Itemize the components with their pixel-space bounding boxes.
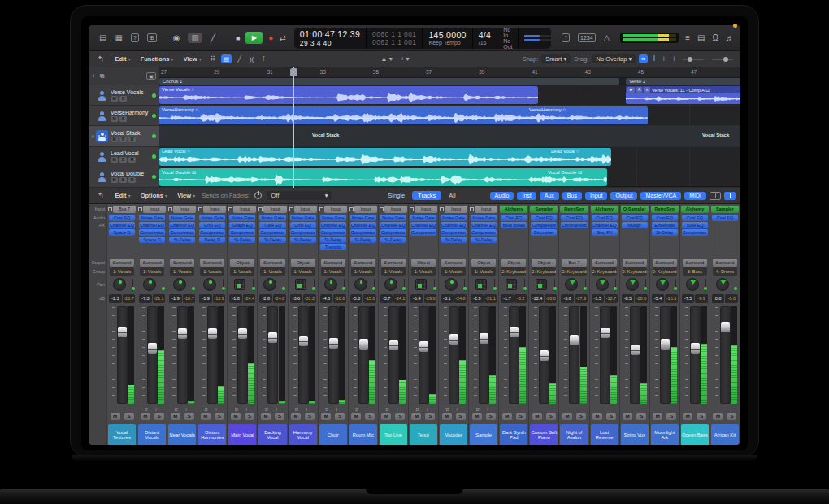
input-format-icon[interactable] — [258, 207, 263, 211]
fx-plugin-slot[interactable]: Ensemble — [652, 222, 678, 228]
group-slot[interactable]: 2: Keyboards — [592, 267, 617, 276]
input-format-icon[interactable] — [138, 207, 142, 211]
solo-button[interactable]: S — [119, 116, 127, 122]
channel-name-label[interactable]: Distant Vocals — [138, 424, 166, 445]
mixer-filter-bus[interactable]: Bus — [562, 192, 582, 200]
fx-plugin-slot[interactable]: Noise Gate — [471, 215, 497, 221]
cycle-button[interactable]: ⇄ — [279, 33, 285, 42]
pan-mini-slider[interactable] — [554, 279, 555, 291]
channel-solo-button[interactable]: S — [184, 413, 194, 420]
input-slot[interactable]: Input — [173, 206, 196, 213]
fx-plugin-slot[interactable]: Noise Gate — [169, 215, 195, 221]
record-button[interactable]: ● — [268, 33, 273, 42]
fader-cap[interactable] — [601, 328, 610, 338]
pan-mini-slider[interactable] — [344, 279, 345, 291]
pan-mini-slider[interactable] — [163, 279, 163, 291]
channel-name-label[interactable]: Near Vocals — [168, 424, 196, 445]
pan-mini-slider[interactable] — [253, 279, 254, 291]
quick-help-icon[interactable]: ? — [131, 33, 139, 42]
lcd-display[interactable]: 01:00:47:12.39 29 3 4 40 0060 1 1 001 00… — [294, 28, 552, 49]
channel-solo-button[interactable]: S — [305, 413, 315, 420]
count-in-icon[interactable]: 1234 — [578, 33, 596, 42]
fx-plugin-slot[interactable]: Step FX — [592, 229, 618, 236]
track-header-config-icon[interactable]: ▣ — [146, 72, 156, 80]
track-on-indicator[interactable] — [152, 114, 156, 118]
fx-plugin-slot[interactable]: Cnsl EQ — [561, 215, 587, 221]
pan-knob[interactable] — [173, 278, 186, 291]
channel-solo-button[interactable]: S — [245, 413, 254, 420]
instrument-slot[interactable]: RetroSyn — [651, 206, 679, 213]
track-header[interactable]: Verse VocalsMS — [89, 85, 159, 106]
fx-plugin-slot[interactable]: Bitcrusher — [531, 229, 557, 236]
output-slot[interactable]: Surround — [683, 259, 707, 267]
input-slot[interactable]: Input — [143, 206, 166, 213]
channel-name-label[interactable]: Backing Vocal — [258, 424, 286, 445]
surround-pan-knob[interactable] — [596, 278, 609, 291]
pan-mini-slider[interactable] — [675, 279, 676, 291]
mute-button[interactable]: M — [111, 137, 118, 142]
channel-mute-button[interactable]: M — [713, 413, 723, 420]
channel-name-label[interactable]: Top Line — [380, 424, 407, 445]
input-format-icon[interactable] — [168, 207, 172, 211]
pan-mini-slider[interactable] — [615, 279, 616, 291]
channel-name-label[interactable]: African Kit — [711, 424, 739, 445]
channel-mute-button[interactable]: M — [111, 413, 120, 420]
output-slot[interactable]: Object — [501, 259, 526, 267]
fx-plugin-slot[interactable]: Compressor — [259, 229, 285, 236]
channel-mute-button[interactable]: M — [623, 413, 632, 420]
channel-solo-button[interactable]: S — [124, 413, 134, 420]
channel-name-label[interactable]: Tenor — [410, 424, 437, 445]
channel-solo-button[interactable]: S — [456, 413, 466, 420]
fader-track[interactable] — [177, 306, 188, 404]
group-slot[interactable]: 1: Vocals — [260, 267, 284, 276]
group-slot[interactable]: 1: Vocals — [381, 267, 406, 276]
fader-track[interactable] — [660, 306, 671, 404]
channel-name-label[interactable]: Dark Synth Pad — [500, 424, 527, 445]
input-slot[interactable]: Input — [475, 206, 497, 213]
pan-knob[interactable] — [384, 278, 397, 291]
channel-mute-button[interactable]: M — [592, 413, 602, 420]
fader-cap[interactable] — [359, 339, 368, 350]
group-slot[interactable]: 1: Vocals — [291, 267, 315, 276]
pan-mini-slider[interactable] — [585, 279, 586, 291]
pan-mini-slider[interactable] — [464, 279, 465, 291]
fx-plugin-slot[interactable]: St-Delay — [471, 237, 497, 243]
mixer-filter-input[interactable]: Input — [585, 192, 608, 200]
browsers-icon[interactable]: ♬ — [726, 33, 734, 42]
fx-plugin-slot[interactable]: St-Delay — [350, 237, 376, 243]
mute-button[interactable]: M — [111, 96, 118, 102]
channel-mute-button[interactable]: M — [502, 413, 512, 420]
fader-track[interactable] — [569, 306, 579, 404]
output-slot[interactable]: Object — [291, 259, 315, 267]
fader-cap[interactable] — [238, 328, 247, 339]
fx-plugin-slot[interactable]: St-Delay — [652, 229, 678, 236]
wide-view-icon[interactable] — [724, 192, 736, 200]
input-format-icon[interactable] — [198, 207, 202, 211]
channel-solo-button[interactable]: S — [154, 413, 164, 420]
group-slot[interactable]: 2: Keyboards — [562, 267, 586, 276]
pan-knob[interactable] — [324, 278, 337, 291]
mixer-scope-single[interactable]: Single — [382, 191, 410, 200]
audio-region[interactable]: Verse Vocals ○ — [159, 86, 538, 104]
group-slot[interactable]: 1: Vocals — [110, 267, 134, 276]
channel-solo-button[interactable]: S — [335, 413, 345, 420]
edit-menu[interactable]: Edit ▾ — [115, 55, 130, 63]
fader-cap[interactable] — [449, 334, 458, 345]
add-track-button[interactable]: + — [92, 72, 96, 80]
output-slot[interactable]: Object — [532, 259, 556, 267]
object-pan-pad[interactable] — [415, 279, 427, 290]
group-slot[interactable]: 4: Drums — [713, 267, 737, 276]
grid-icon[interactable]: ⠿ — [208, 54, 218, 63]
channel-mute-button[interactable]: M — [532, 413, 542, 420]
fx-plugin-slot[interactable]: St-Delay — [229, 237, 255, 243]
channel-mute-button[interactable]: M — [472, 413, 482, 420]
mixer-scope-tracks[interactable]: Tracks — [412, 191, 441, 200]
fx-plugin-slot[interactable]: St-Delay — [290, 237, 316, 243]
input-slot[interactable]: Input — [203, 206, 226, 213]
channel-name-label[interactable]: Choir — [319, 424, 347, 445]
fx-plugin-slot[interactable]: Channel EQ — [441, 222, 467, 228]
group-slot[interactable]: 3: Bass — [683, 267, 707, 276]
channel-solo-button[interactable]: S — [486, 413, 496, 420]
fx-plugin-slot[interactable]: Channel EQ — [169, 222, 195, 228]
record-input-monitor-row[interactable]: R I — [349, 406, 378, 413]
